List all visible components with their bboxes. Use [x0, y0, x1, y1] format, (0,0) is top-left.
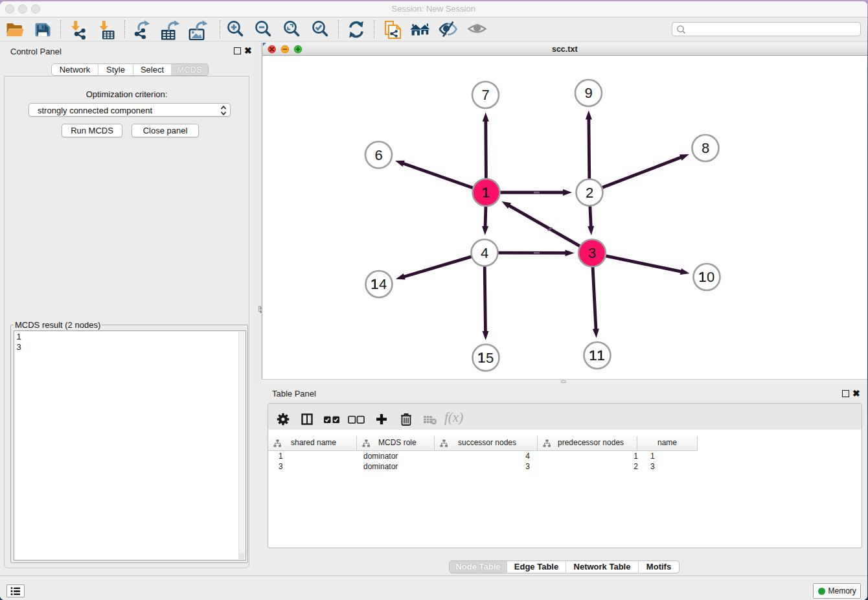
svg-text:2: 2	[586, 185, 593, 201]
svg-text:4: 4	[379, 276, 387, 292]
svg-text:5: 5	[486, 350, 494, 366]
svg-text:6: 6	[374, 147, 382, 163]
svg-text:0: 0	[707, 269, 714, 285]
svg-text:3: 3	[588, 245, 596, 261]
svg-text:9: 9	[584, 85, 592, 101]
svg-text:7: 7	[481, 87, 489, 103]
svg-text:4: 4	[481, 245, 488, 261]
svg-text:8: 8	[702, 140, 709, 156]
